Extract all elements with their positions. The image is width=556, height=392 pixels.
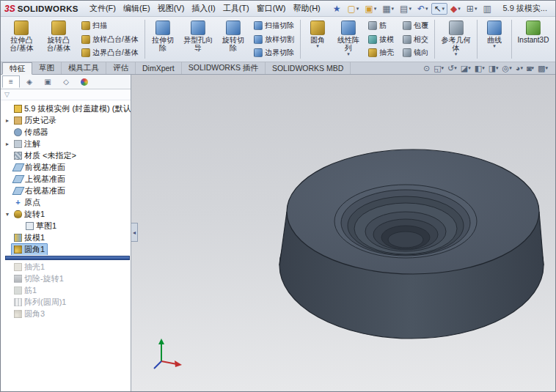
options-button[interactable]: ⊞ ▾ — [464, 3, 480, 15]
expand-arrow-icon[interactable]: ▸ — [4, 141, 11, 147]
draft-button[interactable]: 拔模 — [365, 33, 397, 46]
menu-item[interactable]: 窗口(W) — [253, 1, 290, 15]
instant3d-button[interactable]: Instant3D — [513, 18, 553, 61]
command-tab[interactable]: SOLIDWORKS MBD — [266, 62, 351, 74]
model-3d-view[interactable] — [131, 75, 556, 392]
fillet-button[interactable]: 圆角 ▾ — [302, 18, 333, 61]
panel-collapse-handle[interactable]: ◂ — [131, 223, 138, 242]
loft-cut-button[interactable]: 放样切割 — [251, 33, 297, 46]
open-button[interactable]: ▣ ▾ — [362, 3, 379, 15]
rebuild-button[interactable]: ◆ ▾ — [447, 3, 464, 15]
tree-item-cut-revolve1[interactable]: 切除-旋转1 — [1, 273, 131, 284]
expand-arrow-icon[interactable]: ▸ — [4, 117, 11, 124]
graphics-area[interactable]: ◂ — [131, 75, 555, 391]
new-button[interactable]: ▢ ▾ — [345, 3, 362, 15]
favorites-button[interactable]: ★ — [330, 3, 345, 15]
rib-button[interactable]: 筋 — [365, 19, 397, 32]
revolve-boss-button[interactable]: 旋转凸台/基体 — [40, 18, 78, 61]
extrude-boss-button[interactable]: 拉伸凸台/基体 — [3, 18, 40, 61]
edit-appearance-button[interactable]: ◕ ▾ — [514, 64, 524, 73]
star-icon: ★ — [333, 4, 341, 13]
tree-filter-row[interactable]: ▽ — [1, 89, 131, 100]
command-tab[interactable]: 评估 — [106, 62, 136, 74]
apply-scene-button[interactable]: ◙ ▾ — [525, 64, 535, 73]
command-tab[interactable]: DimXpert — [136, 62, 182, 74]
dimxpertmanager-tab[interactable]: ◇ — [57, 75, 75, 88]
command-tab[interactable]: SOLIDWORKS 插件 — [182, 62, 266, 74]
command-tab[interactable]: 草图 — [32, 62, 62, 74]
mirror-icon — [403, 48, 411, 57]
propertymanager-tab[interactable]: ◈ — [21, 75, 38, 88]
loft-button[interactable]: 放样凸台/基体 — [78, 33, 142, 46]
tree-item-sensors[interactable]: 传感器 — [1, 126, 131, 138]
tree-item-annotations[interactable]: ▸ 注解 — [1, 138, 131, 149]
save-button[interactable]: ▦ ▾ — [379, 3, 397, 15]
fillet-icon — [14, 310, 22, 318]
menu-item[interactable]: 插入(I) — [188, 1, 219, 15]
wrap-button[interactable]: 包覆 — [400, 19, 431, 32]
boundary-button[interactable]: 边界凸台/基体 — [78, 46, 142, 59]
print-button[interactable]: ▤ ▾ — [397, 3, 414, 15]
rebuild-icon: ◆ — [450, 4, 457, 13]
hole-wizard-button[interactable]: 异型孔向导 — [179, 18, 217, 61]
menu-item[interactable]: 工具(T) — [219, 1, 253, 15]
view-settings-button[interactable]: ▩ ▾ — [536, 64, 549, 73]
tree-item-shell1[interactable]: 抽壳1 — [1, 261, 131, 273]
menu-item[interactable]: 视图(V) — [154, 1, 189, 15]
menu-item[interactable]: 帮助(H) — [289, 1, 323, 15]
display-style-button[interactable]: ◨ ▾ — [487, 64, 500, 73]
tree-item-pattern1[interactable]: 阵列(圆周)1 — [1, 296, 131, 308]
tree-item-part[interactable]: 5.9 拔模实例 (封盖建模) (默认<<默认 — [1, 103, 131, 114]
tree-item-right-plane[interactable]: 右视基准面 — [1, 185, 131, 196]
ribbon-separator — [511, 20, 512, 59]
menu-item[interactable]: 文件(F) — [86, 1, 120, 15]
tree-item-top-plane[interactable]: 上视基准面 — [1, 173, 131, 185]
tree-item-history[interactable]: ▸ 历史记录 — [1, 114, 131, 126]
curves-button[interactable]: 曲线 ▾ — [479, 18, 510, 61]
filter-icon: ▽ — [4, 91, 10, 98]
command-tab[interactable]: 特征 — [2, 62, 32, 75]
part-model[interactable] — [279, 149, 544, 339]
rollback-bar[interactable] — [1, 255, 131, 261]
previous-view-button[interactable]: ↺ ▾ — [446, 64, 458, 73]
select-button[interactable]: ↖ ▾ — [431, 3, 448, 15]
tree-item-material[interactable]: 材质 <未指定> — [1, 149, 131, 161]
zoom-fit-button[interactable]: ⊙ — [422, 64, 431, 73]
origin-icon — [14, 199, 22, 207]
shell-button[interactable]: 抽壳 — [365, 46, 397, 59]
tree-item-sketch1[interactable]: 草图1 — [1, 220, 131, 232]
displaymanager-tab[interactable] — [76, 75, 93, 88]
tree-item-fillet3[interactable]: 圆角3 — [1, 308, 131, 319]
menu-item[interactable]: 编辑(E) — [120, 1, 154, 15]
boundary-cut-icon — [254, 48, 263, 57]
undo-button[interactable]: ↶ ▾ — [414, 3, 431, 15]
tree-item-rib1[interactable]: 筋1 — [1, 284, 131, 296]
zoom-area-button[interactable]: ◱ ▾ — [432, 64, 445, 73]
display-button[interactable]: ▥ — [480, 3, 494, 15]
part-icon — [14, 105, 22, 113]
mirror-button[interactable]: 镜向 — [400, 46, 431, 59]
intersect-button[interactable]: 相交 — [400, 33, 431, 46]
tree-item-front-plane[interactable]: 前视基准面 — [1, 161, 131, 173]
heads-up-view-toolbar: ⊙ ◱ ▾ ↺ ▾ ◪ ▾ ◧ — [422, 62, 555, 74]
tree-item-revolve1[interactable]: ▾ 旋转1 — [1, 208, 131, 220]
linear-pattern-button[interactable]: 线性阵列 ▾ — [333, 18, 364, 61]
revolve-cut-button[interactable]: 旋转切除 — [217, 18, 249, 61]
section-view-button[interactable]: ◪ ▾ — [459, 64, 472, 73]
featuremanager-icon: ≡ — [9, 78, 13, 86]
tree-item-draft1[interactable]: 拔模1 — [1, 232, 131, 243]
boundary-cut-button[interactable]: 边界切除 — [251, 46, 297, 59]
command-tab[interactable]: 模具工具 — [62, 62, 106, 74]
reference-geometry-button[interactable]: 参考几何体 ▾ — [436, 18, 475, 61]
expand-arrow-icon[interactable]: ▾ — [4, 211, 11, 218]
sweep-button[interactable]: 扫描 — [78, 19, 142, 32]
featuremanager-tab[interactable]: ≡ — [2, 75, 20, 88]
hide-items-button[interactable]: ◎ ▾ — [501, 64, 513, 73]
tree-item-origin[interactable]: 原点 — [1, 196, 131, 208]
configurationmanager-tab[interactable]: ▣ — [39, 75, 56, 88]
extrude-cut-button[interactable]: 拉伸切除 — [147, 18, 179, 61]
sweep-cut-button[interactable]: 扫描切除 — [251, 19, 297, 32]
reference-geometry-caret-icon: ▾ — [455, 52, 458, 56]
tree-item-fillet1[interactable]: 圆角1 — [1, 243, 131, 255]
view-orientation-button[interactable]: ◧ ▾ — [473, 64, 486, 73]
